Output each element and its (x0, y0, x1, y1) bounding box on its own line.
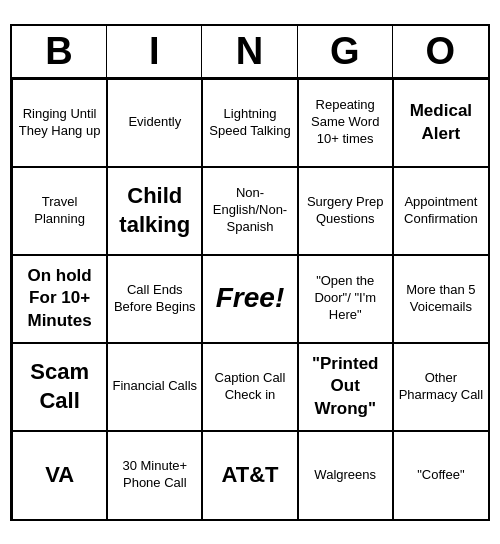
bingo-cell-19: Other Pharmacy Call (393, 343, 488, 431)
bingo-cell-text-13: "Open the Door"/ "I'm Here" (303, 273, 388, 324)
bingo-cell-text-10: On hold For 10+ Minutes (17, 265, 102, 331)
header-letter-N: N (202, 26, 297, 77)
bingo-header: BINGO (12, 26, 488, 79)
header-letter-G: G (298, 26, 393, 77)
header-letter-I: I (107, 26, 202, 77)
bingo-cell-text-9: Appointment Confirmation (398, 194, 484, 228)
bingo-cell-5: Travel Planning (12, 167, 107, 255)
bingo-cell-text-21: 30 Minute+ Phone Call (112, 458, 197, 492)
bingo-cell-7: Non-English/Non-Spanish (202, 167, 297, 255)
bingo-cell-16: Financial Calls (107, 343, 202, 431)
bingo-cell-12: Free! (202, 255, 297, 343)
bingo-cell-text-7: Non-English/Non-Spanish (207, 185, 292, 236)
bingo-cell-13: "Open the Door"/ "I'm Here" (298, 255, 393, 343)
bingo-cell-8: Surgery Prep Questions (298, 167, 393, 255)
bingo-cell-text-8: Surgery Prep Questions (303, 194, 388, 228)
bingo-grid: Ringing Until They Hang upEvidentlyLight… (12, 79, 488, 519)
bingo-cell-text-0: Ringing Until They Hang up (17, 106, 102, 140)
bingo-cell-text-2: Lightning Speed Talking (207, 106, 292, 140)
bingo-cell-23: Walgreens (298, 431, 393, 519)
header-letter-B: B (12, 26, 107, 77)
bingo-card: BINGO Ringing Until They Hang upEvidentl… (10, 24, 490, 521)
bingo-cell-17: Caption Call Check in (202, 343, 297, 431)
bingo-cell-0: Ringing Until They Hang up (12, 79, 107, 167)
bingo-cell-text-5: Travel Planning (17, 194, 102, 228)
bingo-cell-1: Evidently (107, 79, 202, 167)
bingo-cell-18: "Printed Out Wrong" (298, 343, 393, 431)
bingo-cell-3: Repeating Same Word 10+ times (298, 79, 393, 167)
bingo-cell-14: More than 5 Voicemails (393, 255, 488, 343)
bingo-cell-22: AT&T (202, 431, 297, 519)
bingo-cell-20: VA (12, 431, 107, 519)
bingo-cell-text-15: Scam Call (17, 358, 102, 415)
bingo-cell-text-6: Child talking (112, 182, 197, 239)
bingo-cell-2: Lightning Speed Talking (202, 79, 297, 167)
bingo-cell-11: Call Ends Before Begins (107, 255, 202, 343)
bingo-cell-24: "Coffee" (393, 431, 488, 519)
bingo-cell-4: Medical Alert (393, 79, 488, 167)
bingo-cell-text-1: Evidently (128, 114, 181, 131)
bingo-cell-21: 30 Minute+ Phone Call (107, 431, 202, 519)
bingo-cell-text-4: Medical Alert (398, 100, 484, 144)
bingo-cell-9: Appointment Confirmation (393, 167, 488, 255)
bingo-cell-text-23: Walgreens (314, 467, 376, 484)
bingo-cell-text-17: Caption Call Check in (207, 370, 292, 404)
bingo-cell-text-24: "Coffee" (417, 467, 464, 484)
bingo-cell-text-18: "Printed Out Wrong" (303, 353, 388, 419)
bingo-cell-text-16: Financial Calls (113, 378, 198, 395)
header-letter-O: O (393, 26, 488, 77)
bingo-cell-6: Child talking (107, 167, 202, 255)
bingo-cell-text-19: Other Pharmacy Call (398, 370, 484, 404)
bingo-cell-text-3: Repeating Same Word 10+ times (303, 97, 388, 148)
bingo-cell-text-11: Call Ends Before Begins (112, 282, 197, 316)
bingo-cell-text-12: Free! (216, 280, 284, 316)
bingo-cell-10: On hold For 10+ Minutes (12, 255, 107, 343)
bingo-cell-text-22: AT&T (221, 461, 278, 490)
bingo-cell-text-20: VA (45, 461, 74, 490)
bingo-cell-15: Scam Call (12, 343, 107, 431)
bingo-cell-text-14: More than 5 Voicemails (398, 282, 484, 316)
